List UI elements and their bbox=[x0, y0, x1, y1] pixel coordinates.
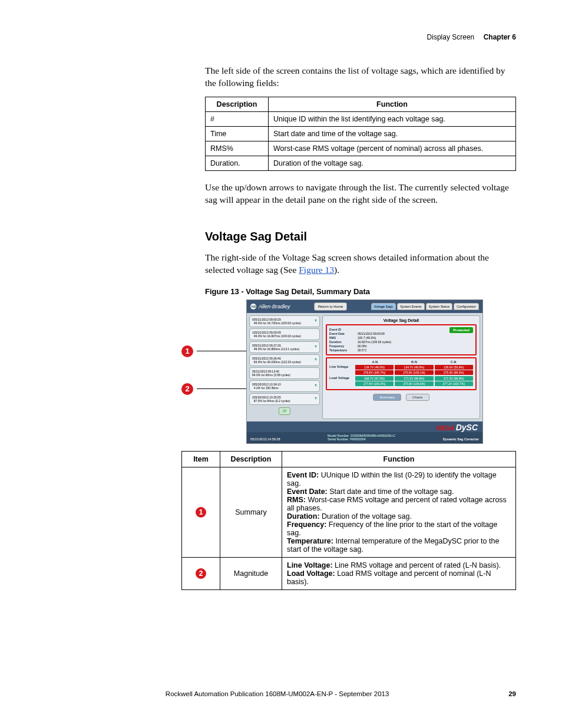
magnitude-box: A-NB-NC-N Line Voltage 134.7V (49.0%)134… bbox=[326, 357, 477, 390]
chevron-down-icon[interactable]: ▾ bbox=[315, 357, 317, 364]
figure-13: 1 2 AB Allen-Bradley Return to Home Volt… bbox=[181, 299, 516, 444]
item-2-icon: 2 bbox=[196, 568, 206, 579]
chevron-down-icon[interactable]: ▾ bbox=[315, 383, 317, 390]
page-footer: Rockwell Automation Publication 1608M-UM… bbox=[46, 690, 516, 697]
figure-caption: Figure 13 - Voltage Sag Detail, Summary … bbox=[205, 287, 516, 296]
chevron-down-icon[interactable]: ▾ bbox=[315, 344, 317, 351]
list-item[interactable]: 005/21/2013 09:00:2949.0% for 16.720ms (… bbox=[249, 315, 320, 327]
footer-publication: Rockwell Automation Publication 1608M-UM… bbox=[166, 690, 389, 697]
intro-text: The left side of the screen contains the… bbox=[205, 65, 516, 90]
return-home-button[interactable]: Return to Home bbox=[314, 302, 347, 311]
footer-timestamp: 05/21/2013 14:59:28 bbox=[250, 437, 280, 441]
model-info: Model Number DS300M400N480+MSM230+C Seri… bbox=[328, 434, 395, 441]
fields-table: Description Function #Unique ID within t… bbox=[205, 97, 516, 171]
refresh-icon[interactable]: ⟳ bbox=[279, 407, 290, 415]
table-row: #Unique ID within the list identifying e… bbox=[206, 111, 516, 126]
running-header: Display Screen Chapter 6 bbox=[46, 33, 516, 41]
tab-configuration[interactable]: Configuration bbox=[454, 303, 479, 310]
detail-intro: The right-side of the Voltage Sag screen… bbox=[205, 252, 516, 276]
list-item[interactable]: 005/20/2013 10:34:104.2% for 150.36ms▾ bbox=[249, 380, 320, 392]
callout-2-icon: 2 bbox=[181, 383, 193, 395]
sag-detail-pane: Voltage Sag Detail Protected Event ID Ev… bbox=[322, 315, 480, 419]
table-row: TimeStart date and time of the voltage s… bbox=[206, 126, 516, 141]
tab-system-status[interactable]: System Status bbox=[426, 303, 452, 310]
figure-link[interactable]: Figure 13 bbox=[299, 265, 334, 275]
summary-box: Protected Event ID Event Date05/21/2013 … bbox=[326, 324, 477, 355]
table-row: 2 Magnitude Line Voltage: Line RMS volta… bbox=[182, 557, 516, 589]
th-function: Function bbox=[282, 451, 516, 467]
item-1-icon: 1 bbox=[196, 507, 206, 518]
list-item[interactable]: 05/21/2013 09:13:4084.0% for 60ms (3.58 … bbox=[249, 367, 320, 379]
header-section: Display Screen bbox=[427, 33, 475, 41]
chevron-down-icon[interactable]: ▾ bbox=[315, 318, 317, 325]
tab-voltage-sags[interactable]: Voltage Sags bbox=[371, 303, 396, 310]
list-item[interactable]: 205/20/2013 10:25:0587.5% for 84ms (6.2 … bbox=[249, 393, 320, 405]
list-item[interactable]: 005/21/2013 09:27:2649.0% for 16.860ms (… bbox=[249, 341, 320, 353]
tab-system-events[interactable]: System Events bbox=[397, 303, 425, 310]
nav-text: Use the up/down arrows to navigate throu… bbox=[205, 182, 516, 206]
ab-logo: AB Allen-Bradley bbox=[250, 304, 290, 309]
table-row: 1 Summary Event ID: UUnique ID within th… bbox=[182, 467, 516, 557]
detail-title: Voltage Sag Detail bbox=[326, 318, 477, 322]
list-item[interactable]: 105/21/2013 09:00:0949.0% for 16.827ms (… bbox=[249, 328, 320, 340]
table-row: Duration.Duration of the voltage sag. bbox=[206, 156, 516, 170]
protected-badge: Protected bbox=[449, 327, 473, 333]
table-row: RMS%Worst-case RMS voltage (percent of n… bbox=[206, 141, 516, 156]
callout-1-icon: 1 bbox=[181, 345, 193, 357]
mega-dysc-logo: MEGA DySC bbox=[437, 425, 478, 431]
th-function: Function bbox=[269, 97, 516, 111]
screenshot-panel: AB Allen-Bradley Return to Home Voltage … bbox=[246, 299, 483, 444]
tab-charts[interactable]: Charts bbox=[406, 394, 429, 401]
list-item[interactable]: 005/21/2013 09:26:4683.0% for 26.030ms (… bbox=[249, 354, 320, 366]
th-item: Item bbox=[182, 451, 220, 467]
th-description: Description bbox=[220, 451, 282, 467]
footer-page-number: 29 bbox=[508, 690, 516, 697]
chevron-down-icon[interactable]: ▾ bbox=[315, 396, 317, 403]
nav-tabs: Voltage Sags System Events System Status… bbox=[371, 303, 479, 310]
header-chapter: Chapter 6 bbox=[484, 33, 516, 41]
tab-summary[interactable]: Summary bbox=[373, 394, 401, 401]
section-heading: Voltage Sag Detail bbox=[205, 230, 516, 243]
item-description-table: Item Description Function 1 Summary Even… bbox=[181, 451, 516, 590]
th-description: Description bbox=[206, 97, 269, 111]
dsc-tagline: Dynamic Sag Corrector bbox=[443, 437, 479, 441]
sag-list: 005/21/2013 09:00:2949.0% for 16.720ms (… bbox=[249, 315, 320, 419]
